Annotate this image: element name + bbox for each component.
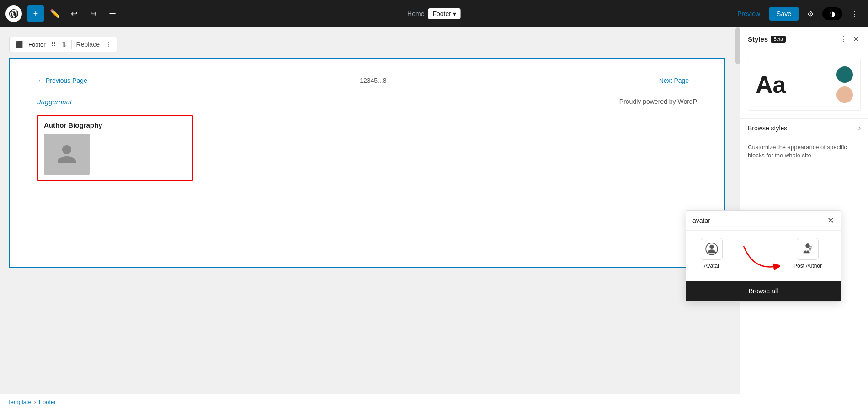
panel-header-actions: ⋮ ✕ bbox=[838, 33, 861, 45]
panel-close-button[interactable]: ✕ bbox=[851, 33, 861, 45]
panel-title: Styles bbox=[748, 35, 768, 43]
style-preview-card[interactable]: Aa bbox=[748, 59, 861, 111]
settings-button[interactable]: ⚙ bbox=[802, 5, 819, 22]
edit-tool-button[interactable]: ✏️ bbox=[47, 5, 63, 22]
search-popup: ✕ bbox=[740, 210, 841, 302]
author-bio-block: Author Biography bbox=[37, 115, 193, 181]
style-colors bbox=[836, 66, 853, 103]
toolbar-left: + ✏️ ↩ ↪ ☰ bbox=[27, 5, 121, 22]
footer-link[interactable]: Juggernaut bbox=[37, 98, 72, 106]
redo-button[interactable]: ↪ bbox=[85, 5, 101, 22]
author-bio-title: Author Biography bbox=[44, 121, 186, 129]
panel-header: Styles Beta ⋮ ✕ bbox=[740, 27, 868, 51]
move-handle-button[interactable]: ⠿ bbox=[49, 39, 58, 50]
post-author-block-item[interactable]: Post Author bbox=[789, 238, 826, 269]
search-input-row: ✕ bbox=[740, 211, 841, 231]
breadcrumb-footer-link[interactable]: Footer bbox=[39, 399, 56, 405]
browse-styles-row[interactable]: Browse styles › bbox=[740, 118, 868, 138]
preview-button[interactable]: Preview bbox=[732, 7, 766, 20]
style-preview: Aa bbox=[748, 59, 860, 110]
move-up-down-button[interactable]: ⇅ bbox=[59, 39, 69, 50]
color-circle-peach bbox=[836, 86, 853, 103]
breadcrumb-current[interactable]: Footer ▾ bbox=[428, 8, 460, 19]
canvas: ← Previous Page 12345...8 Next Page → Ju… bbox=[9, 58, 725, 268]
search-clear-button[interactable]: ✕ bbox=[827, 216, 834, 225]
wp-logo[interactable] bbox=[5, 5, 22, 22]
pagination-row: ← Previous Page 12345...8 Next Page → bbox=[37, 77, 697, 84]
search-input[interactable] bbox=[740, 217, 824, 224]
post-author-block-label: Post Author bbox=[793, 263, 822, 269]
save-button[interactable]: Save bbox=[769, 7, 799, 21]
toolbar: + ✏️ ↩ ↪ ☰ Home Footer ▾ Preview Save ⚙ … bbox=[0, 0, 868, 27]
breadcrumb-template-link[interactable]: Template bbox=[7, 399, 32, 405]
scrollbar-thumb[interactable] bbox=[735, 27, 740, 64]
toolbar-center: Home Footer ▾ bbox=[407, 8, 461, 19]
author-avatar bbox=[44, 134, 90, 175]
main-area: ⬛ Footer ⠿ ⇅ Replace ⋮ ← Previous Page 1… bbox=[0, 27, 868, 394]
browse-styles-label: Browse styles bbox=[748, 124, 787, 132]
browse-all-button[interactable]: Browse all bbox=[740, 281, 841, 301]
toolbar-right: Preview Save ⚙ ◑ ⋮ bbox=[732, 5, 863, 22]
add-block-button[interactable]: + bbox=[27, 5, 44, 22]
search-results: Avatar bbox=[740, 231, 841, 281]
theme-toggle-button[interactable]: ◑ bbox=[822, 7, 842, 20]
prev-page-link[interactable]: ← Previous Page bbox=[37, 77, 87, 84]
editor-area: ⬛ Footer ⠿ ⇅ Replace ⋮ ← Previous Page 1… bbox=[0, 27, 735, 394]
color-circle-teal bbox=[836, 66, 853, 83]
block-label: Footer bbox=[28, 41, 46, 48]
footer-row: Juggernaut Proudly powered by WordP bbox=[37, 98, 697, 106]
editor-content: ⬛ Footer ⠿ ⇅ Replace ⋮ ← Previous Page 1… bbox=[0, 27, 735, 277]
next-page-link[interactable]: Next Page → bbox=[659, 77, 697, 84]
block-toolbar: ⬛ Footer ⠿ ⇅ Replace ⋮ bbox=[9, 37, 117, 52]
pagination-numbers: 12345...8 bbox=[360, 77, 386, 84]
more-block-options-button[interactable]: ⋮ bbox=[103, 39, 113, 50]
editor-scroll: ⬛ Footer ⠿ ⇅ Replace ⋮ ← Previous Page 1… bbox=[0, 27, 740, 394]
right-panel: Styles Beta ⋮ ✕ Aa Browse styles bbox=[740, 27, 868, 394]
undo-button[interactable]: ↩ bbox=[66, 5, 82, 22]
breadcrumb-home: Home bbox=[407, 10, 424, 17]
browse-styles-arrow-icon: › bbox=[858, 124, 861, 132]
beta-badge: Beta bbox=[771, 36, 786, 43]
more-options-button[interactable]: ⋮ bbox=[846, 5, 863, 22]
footer-powered: Proudly powered by WordP bbox=[619, 98, 697, 105]
panel-description: Customize the appearance of specific blo… bbox=[740, 138, 868, 165]
red-arrow-indicator bbox=[740, 238, 780, 274]
toolbar-divider bbox=[71, 40, 72, 49]
style-aa-label: Aa bbox=[756, 73, 786, 97]
chevron-down-icon: ▾ bbox=[453, 10, 456, 17]
panel-more-button[interactable]: ⋮ bbox=[838, 33, 849, 45]
list-view-button[interactable]: ☰ bbox=[104, 5, 121, 22]
breadcrumb-separator-icon: › bbox=[34, 399, 36, 405]
block-icon-button[interactable]: ⬛ bbox=[13, 39, 25, 50]
replace-button[interactable]: Replace bbox=[75, 39, 101, 50]
panel-scroll: Aa Browse styles › Customize the appeara… bbox=[740, 51, 868, 394]
post-author-block-icon bbox=[797, 238, 819, 260]
breadcrumb-footer: Template › Footer bbox=[0, 394, 868, 410]
